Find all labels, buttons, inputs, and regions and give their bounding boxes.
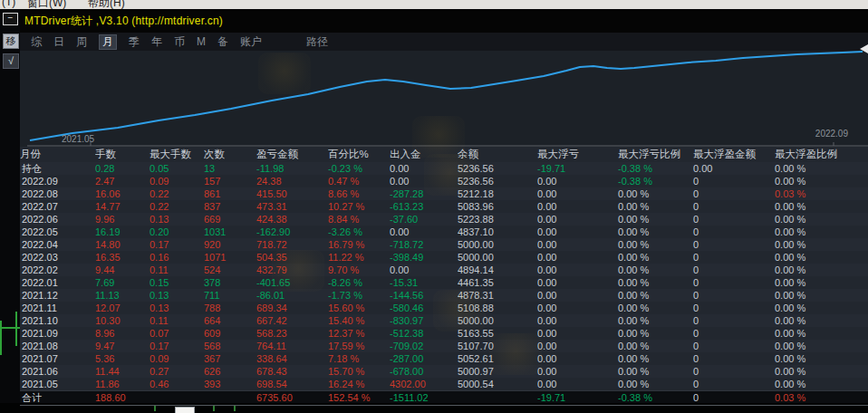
table-cell: 0.17 bbox=[149, 340, 204, 352]
table-cell: 718.72 bbox=[256, 238, 328, 251]
table-row[interactable]: 2022.0316.350.161071504.3511.22 %-398.49… bbox=[20, 251, 868, 264]
table-cell: 0 bbox=[693, 238, 775, 251]
tab-path[interactable]: 路径 bbox=[306, 34, 328, 50]
table-row[interactable]: 2021.1112.070.13788689.3415.60 %-580.465… bbox=[20, 302, 868, 314]
table-row[interactable]: 2022.017.690.15378-401.65-8.26 %-15.3144… bbox=[20, 276, 868, 289]
table-cell: 0.00 bbox=[537, 200, 618, 213]
bottom-marker-box[interactable] bbox=[175, 407, 195, 413]
table-row[interactable]: 2022.0816.060.22861415.508.66 %-287.2852… bbox=[20, 187, 868, 200]
table-cell: -15.31 bbox=[390, 276, 458, 289]
table-cell: 4837.10 bbox=[458, 226, 537, 238]
table-cell: 0 bbox=[693, 200, 775, 213]
table-cell: 0.00 % bbox=[775, 378, 868, 390]
table-cell: -8.26 % bbox=[328, 276, 390, 289]
header-month: 月份 bbox=[20, 147, 95, 162]
table-cell: 0 bbox=[693, 187, 775, 200]
table-cell: 0 bbox=[693, 314, 775, 327]
header-max-float-loss: 最大浮亏 bbox=[537, 147, 618, 162]
table-row[interactable]: 2022.0714.770.22837473.3110.27 %-613.235… bbox=[20, 200, 868, 213]
tab-summary[interactable]: 综 bbox=[31, 34, 42, 50]
tab-quarter[interactable]: 季 bbox=[129, 34, 140, 50]
table-cell: 0.00 % bbox=[775, 200, 868, 213]
table-row[interactable]: 2021.098.960.07609568.2312.37 %-512.3851… bbox=[20, 327, 868, 340]
tab-account[interactable]: 账户 bbox=[240, 34, 262, 50]
table-cell: 626 bbox=[204, 365, 256, 378]
table-row[interactable]: 持仓0.280.0513-11.98-0.23 %0.005236.56-19.… bbox=[20, 162, 868, 175]
table-cell: 393 bbox=[204, 378, 256, 390]
table-cell: 0.07 bbox=[149, 327, 204, 340]
tab-year[interactable]: 年 bbox=[151, 34, 162, 50]
table-cell: 16.06 bbox=[95, 187, 149, 200]
table-row[interactable]: 2022.029.440.11524432.799.70 %0.004894.1… bbox=[20, 264, 868, 276]
tab-month[interactable]: 月 bbox=[99, 34, 117, 50]
table-cell: 5236.56 bbox=[458, 175, 537, 187]
table-cell: 5000.00 bbox=[458, 238, 537, 251]
table-row[interactable]: 2021.089.470.17568764.1117.59 %-709.0251… bbox=[20, 340, 868, 352]
table-cell: 0 bbox=[693, 352, 775, 365]
table-cell: 0 bbox=[693, 276, 775, 289]
move-tool-button[interactable]: 移 bbox=[3, 34, 19, 49]
header-lots: 手数 bbox=[95, 147, 149, 162]
tab-bar: 综 日 周 月 季 年 币 M 备 账户 路径 bbox=[20, 33, 868, 51]
table-row[interactable]: 2021.0511.860.46393698.5416.24 %4302.005… bbox=[20, 378, 868, 390]
header-deposit-withdraw: 出入金 bbox=[390, 147, 458, 162]
table-body: 持仓0.280.0513-11.98-0.23 %0.005236.56-19.… bbox=[20, 162, 868, 405]
row-label: 2021.09 bbox=[20, 327, 95, 340]
table-row[interactable]: 2021.1211.130.13711-86.01-1.73 %-144.564… bbox=[20, 289, 868, 302]
table-row[interactable]: 2021.1010.300.11664667.4215.40 %-830.975… bbox=[20, 314, 868, 327]
table-cell: 0.00 % bbox=[775, 226, 868, 238]
table-row[interactable]: 2022.0414.800.17920718.7216.79 %-718.725… bbox=[20, 238, 868, 251]
table-cell: 0.00 % bbox=[775, 314, 868, 327]
table-cell: 0 bbox=[693, 289, 775, 302]
table-cell: 15.70 % bbox=[328, 365, 390, 378]
table-cell: -11.98 bbox=[256, 162, 328, 175]
table-cell: 568 bbox=[204, 340, 256, 352]
tab-currency[interactable]: 币 bbox=[174, 34, 185, 50]
table-cell: 0.27 bbox=[149, 365, 204, 378]
table-row[interactable]: 2022.092.470.0915724.380.47 %0.005236.56… bbox=[20, 175, 868, 187]
table-row[interactable]: 2022.0516.190.201031-162.90-3.26 %0.0048… bbox=[20, 226, 868, 238]
table-cell: 4894.14 bbox=[458, 264, 537, 276]
table-cell: 0.00 % bbox=[618, 302, 693, 314]
table-cell: 0.13 bbox=[149, 302, 204, 314]
tab-m[interactable]: M bbox=[197, 35, 206, 48]
table-cell: 16.35 bbox=[95, 251, 149, 264]
table-cell: 698.54 bbox=[256, 378, 328, 390]
tab-day[interactable]: 日 bbox=[53, 34, 64, 50]
table-row[interactable]: 2022.069.960.13669424.388.84 %-37.605223… bbox=[20, 213, 868, 226]
tab-note[interactable]: 备 bbox=[217, 34, 228, 50]
table-cell: 711 bbox=[204, 289, 256, 302]
table-cell: 338.64 bbox=[256, 352, 328, 365]
table-cell: 0.00 bbox=[390, 162, 458, 175]
minimize-button[interactable]: − bbox=[3, 13, 18, 25]
table-cell: -709.02 bbox=[390, 340, 458, 352]
table-cell: 0.28 bbox=[95, 162, 149, 175]
table-cell: 0 bbox=[693, 251, 775, 264]
menu-item-fragment[interactable]: (T) bbox=[2, 0, 15, 8]
table-cell: 5212.18 bbox=[458, 187, 537, 200]
table-cell: 0.00 bbox=[537, 352, 618, 365]
table-cell: -613.23 bbox=[390, 200, 458, 213]
table-cell: 157 bbox=[204, 175, 256, 187]
table-cell: -678.00 bbox=[390, 365, 458, 378]
row-label: 2021.06 bbox=[20, 365, 95, 378]
table-cell: 1071 bbox=[204, 251, 256, 264]
table-cell: 8.66 % bbox=[328, 187, 390, 200]
table-cell: 0.00 % bbox=[775, 302, 868, 314]
table-row[interactable]: 2021.0611.440.27626678.4315.70 %-678.005… bbox=[20, 365, 868, 378]
table-cell: 0.00 % bbox=[618, 251, 693, 264]
equity-chart-panel[interactable]: 2021.05 2022.09 bbox=[20, 51, 868, 147]
tab-week[interactable]: 周 bbox=[76, 34, 87, 50]
table-row[interactable]: 2021.075.360.09367338.647.18 %-287.00505… bbox=[20, 352, 868, 365]
table-cell: 0.00 bbox=[537, 213, 618, 226]
table-cell: 8.96 bbox=[95, 327, 149, 340]
header-max-float-profit-pct: 最大浮盈比例 bbox=[775, 147, 868, 162]
table-cell: 764.11 bbox=[256, 340, 328, 352]
table-cell: 8.84 % bbox=[328, 213, 390, 226]
table-cell: 415.50 bbox=[256, 187, 328, 200]
table-cell: 5223.88 bbox=[458, 213, 537, 226]
table-cell: 10.27 % bbox=[328, 200, 390, 213]
row-label: 2022.03 bbox=[20, 251, 95, 264]
check-tool-button[interactable]: √ bbox=[3, 53, 19, 69]
header-trade-count: 次数 bbox=[204, 147, 256, 162]
